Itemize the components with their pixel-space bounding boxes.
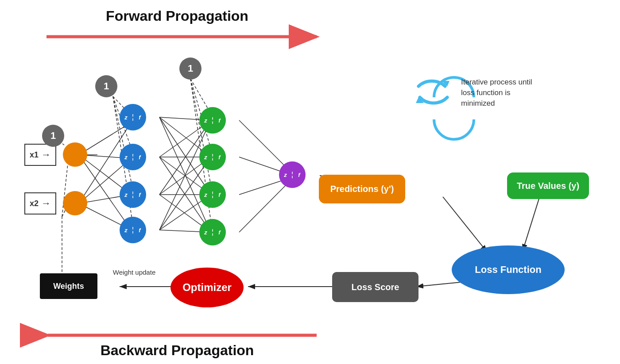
hidden1-node-1: z f xyxy=(120,104,146,130)
svg-line-46 xyxy=(443,197,487,252)
forward-propagation-title: Forward Propagation xyxy=(0,8,354,24)
input-node-x1 xyxy=(63,142,87,167)
bias-node-3: 1 xyxy=(179,57,202,80)
svg-line-39 xyxy=(190,79,212,189)
bias-node-2: 1 xyxy=(95,75,117,97)
hidden2-node-4: z f xyxy=(199,219,226,245)
hidden1-node-3: z f xyxy=(120,181,146,208)
hidden2-node-3: z f xyxy=(199,181,226,208)
backward-propagation-title: Backward Propagation xyxy=(0,342,354,359)
true-values-box: True Values (y) xyxy=(507,172,589,199)
hidden1-node-2: z f xyxy=(120,144,146,170)
loss-function-box: Loss Function xyxy=(452,245,565,294)
weight-update-label: Weight update xyxy=(105,268,163,277)
bias-node-1: 1 xyxy=(42,125,64,147)
iterative-text: Iterative process until loss function is… xyxy=(461,77,541,108)
svg-line-33 xyxy=(159,120,211,230)
svg-line-44 xyxy=(239,180,291,232)
output-node: z f xyxy=(279,161,306,188)
hidden1-node-4: z f xyxy=(120,217,146,243)
weights-box: Weights xyxy=(40,273,97,299)
iterative-process-area: Iterative process until loss function is… xyxy=(412,69,541,117)
input-node-x2 xyxy=(63,191,87,215)
input-x1-box: x1 → xyxy=(24,144,56,166)
svg-line-47 xyxy=(523,195,540,251)
svg-line-41 xyxy=(239,120,291,172)
loss-score-box: Loss Score xyxy=(332,272,418,302)
hidden2-node-1: z f xyxy=(199,107,226,134)
input-x2-box: x2 → xyxy=(24,192,56,215)
iterative-icon xyxy=(412,69,454,117)
hidden2-node-2: z f xyxy=(199,144,226,170)
predictions-box: Predictions (y') xyxy=(319,175,405,203)
svg-line-24 xyxy=(159,117,211,232)
optimizer-box: Optimizer xyxy=(170,268,244,307)
